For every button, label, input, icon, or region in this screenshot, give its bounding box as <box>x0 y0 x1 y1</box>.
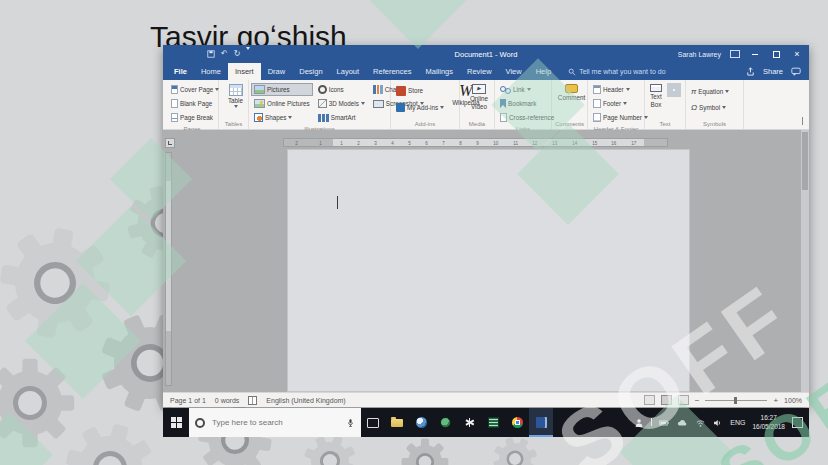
store-button[interactable]: Store <box>393 84 447 97</box>
cover-page-button[interactable]: Cover Page <box>168 83 222 96</box>
tab-stop-selector[interactable] <box>165 138 175 148</box>
blank-page-button[interactable]: Blank Page <box>168 97 222 110</box>
customize-qat-icon[interactable] <box>246 50 250 59</box>
link-button[interactable]: Link <box>497 83 557 96</box>
tab-home[interactable]: Home <box>194 63 228 80</box>
page-number-button[interactable]: Page Number <box>590 111 651 124</box>
ribbon: Cover Page Blank Page Page Break Pages T… <box>163 80 809 130</box>
tab-view[interactable]: View <box>499 63 529 80</box>
table-button[interactable]: Table <box>225 83 246 109</box>
footer-icon <box>593 99 601 108</box>
group-links: Link Bookmark Cross-reference Links <box>495 80 552 129</box>
action-center-icon[interactable] <box>792 417 803 428</box>
zoom-level[interactable]: 100% <box>784 397 802 404</box>
footer-button[interactable]: Footer <box>590 97 651 110</box>
comments-pane-icon[interactable] <box>791 67 801 76</box>
tab-design[interactable]: Design <box>292 63 329 80</box>
tab-mailings[interactable]: Mailings <box>418 63 460 80</box>
vertical-scrollbar[interactable] <box>801 130 809 392</box>
clock[interactable]: 16:27 16/05/2018 <box>752 414 785 431</box>
photos-app-button[interactable] <box>457 408 481 437</box>
chrome-button[interactable] <box>505 408 529 437</box>
zoom-out-button[interactable]: − <box>695 396 700 405</box>
excel-button[interactable] <box>481 408 505 437</box>
ribbon-display-options-icon[interactable] <box>730 50 740 58</box>
page-break-button[interactable]: Page Break <box>168 111 222 124</box>
onedrive-cloud-icon[interactable] <box>677 418 688 428</box>
text-options-icons[interactable] <box>667 83 681 97</box>
restore-button[interactable] <box>770 47 782 61</box>
tab-draw[interactable]: Draw <box>261 63 293 80</box>
document-title: Document1 - Word <box>455 50 518 59</box>
pictures-button[interactable]: Pictures <box>251 83 313 96</box>
quick-access-toolbar: ↶ ↻ <box>207 45 250 63</box>
language-indicator[interactable]: ENG <box>730 419 745 426</box>
shapes-button[interactable]: Shapes <box>251 111 313 124</box>
tab-help[interactable]: Help <box>529 63 558 80</box>
network-icon[interactable] <box>695 418 706 428</box>
bookmark-button[interactable]: Bookmark <box>497 97 557 110</box>
read-mode-button[interactable] <box>644 395 655 405</box>
wikipedia-icon: W <box>459 84 472 98</box>
text-box-button[interactable]: TextBox <box>647 83 665 109</box>
store-app-button[interactable] <box>433 408 457 437</box>
collapse-ribbon-icon[interactable] <box>802 118 803 125</box>
share-button[interactable]: Share <box>763 67 783 76</box>
tab-file[interactable]: File <box>167 63 194 80</box>
horizontal-ruler[interactable]: 21 1234567891011121314151617 <box>283 138 668 147</box>
close-button[interactable]: × <box>791 47 803 61</box>
cross-reference-button[interactable]: Cross-reference <box>497 111 557 124</box>
minimize-button[interactable] <box>749 47 761 61</box>
text-cursor <box>337 196 338 209</box>
zoom-slider-thumb[interactable] <box>734 397 737 404</box>
page-indicator[interactable]: Page 1 of 1 <box>170 397 206 404</box>
taskbar-search[interactable] <box>189 408 361 437</box>
equation-button[interactable]: πEquation <box>688 85 732 98</box>
user-name[interactable]: Sarah Lawrey <box>678 51 721 58</box>
smartart-button[interactable]: SmartArt <box>315 111 368 124</box>
asterisk-icon <box>464 417 475 428</box>
tab-references[interactable]: References <box>366 63 418 80</box>
skype-button[interactable] <box>409 408 433 437</box>
screenshot-icon <box>373 100 384 108</box>
battery-icon[interactable] <box>659 418 670 428</box>
online-pictures-button[interactable]: Online Pictures <box>251 97 313 110</box>
comment-button[interactable]: Comment <box>555 83 588 102</box>
microphone-icon[interactable] <box>346 418 355 428</box>
show-hidden-icons-button[interactable] <box>651 419 652 426</box>
scrollbar-thumb[interactable] <box>802 132 808 190</box>
save-icon[interactable] <box>207 50 215 58</box>
tab-layout[interactable]: Layout <box>330 63 367 80</box>
word-taskbar-button[interactable] <box>529 408 553 437</box>
my-addins-button[interactable]: My Add-ins <box>393 101 447 114</box>
tab-review[interactable]: Review <box>460 63 499 80</box>
search-input[interactable] <box>210 417 341 428</box>
word-count[interactable]: 0 words <box>215 397 240 404</box>
tab-insert[interactable]: Insert <box>228 63 261 80</box>
tell-me-box[interactable]: Tell me what you want to do <box>568 63 665 80</box>
document-page[interactable] <box>287 149 690 392</box>
3d-models-button[interactable]: 3D Models <box>315 97 368 110</box>
zoom-slider[interactable] <box>705 400 767 401</box>
online-pictures-icon <box>254 99 265 108</box>
undo-icon[interactable]: ↶ <box>221 50 228 58</box>
language-indicator[interactable]: English (United Kingdom) <box>266 397 345 404</box>
title-bar: ↶ ↻ Document1 - Word Sarah Lawrey × <box>163 45 809 63</box>
green-globe-icon <box>440 417 451 428</box>
print-layout-button[interactable] <box>661 395 672 405</box>
zoom-in-button[interactable]: + <box>773 396 778 405</box>
proofing-icon[interactable] <box>248 396 257 405</box>
speaker-icon[interactable] <box>713 418 723 428</box>
group-text: TextBox Text <box>645 80 686 129</box>
redo-icon[interactable]: ↻ <box>234 50 241 58</box>
symbol-button[interactable]: ΩSymbol <box>688 101 732 114</box>
start-button[interactable] <box>163 408 189 437</box>
header-button[interactable]: Header <box>590 83 651 96</box>
vertical-ruler[interactable] <box>165 152 172 386</box>
comment-icon <box>565 84 578 93</box>
file-explorer-button[interactable] <box>385 408 409 437</box>
web-layout-button[interactable] <box>678 395 689 405</box>
people-icon[interactable] <box>634 418 644 428</box>
icons-button[interactable]: Icons <box>315 83 368 96</box>
task-view-button[interactable] <box>361 408 385 437</box>
